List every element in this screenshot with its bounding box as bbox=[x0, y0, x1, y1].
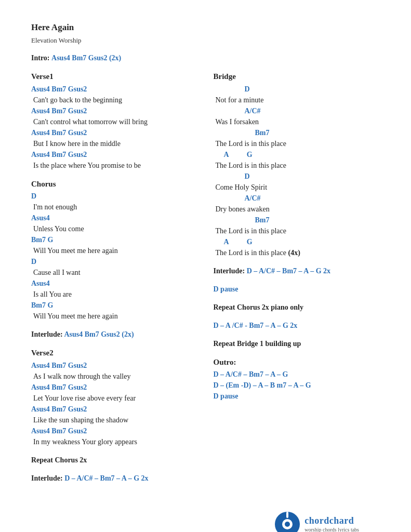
d-pause-section: D pause bbox=[214, 284, 380, 295]
intro-chords: Asus4 Bm7 Gsus2 (2x) bbox=[51, 54, 121, 62]
lyric-row: Can't control what tomorrow will bring bbox=[33, 116, 198, 127]
lyric-row: But I know here in the middle bbox=[33, 138, 198, 149]
outro-section: Outro: D – A/C# – Bm7 – A – G D – (Em -D… bbox=[214, 356, 380, 402]
lyric-row: The Lord is in this place bbox=[216, 225, 380, 236]
chord-row: Asus4 Bm7 Gsus2 bbox=[31, 425, 198, 436]
chord-row: Asus4 Bm7 Gsus2 bbox=[31, 105, 198, 116]
chord-row: D bbox=[214, 84, 380, 95]
song-title: Here Again bbox=[31, 21, 380, 34]
chorus-section: Chorus D I'm not enough Asus4 Unless You… bbox=[31, 178, 198, 322]
repeat-chorus-section: Repeat Chorus 2x bbox=[31, 455, 198, 466]
logo-icon bbox=[274, 511, 300, 532]
logo-area: chordchard worship chords lyrics tabs bbox=[274, 511, 359, 532]
logo-text: chordchard worship chords lyrics tabs bbox=[304, 515, 359, 532]
repeat-chorus-piano-section: Repeat Chorus 2x piano only bbox=[214, 302, 380, 313]
repeat-bridge-text: Repeat Bridge 1 building up bbox=[214, 340, 301, 348]
lyric-row: Will You meet me here again bbox=[33, 311, 198, 322]
outro-label: Outro: bbox=[214, 356, 380, 368]
bridge-section: Bridge D Not for a minute A/C# Was I for… bbox=[214, 71, 380, 258]
repeat-chorus-label: Repeat Chorus 2x bbox=[31, 456, 87, 464]
svg-rect-3 bbox=[286, 512, 288, 518]
chord-row: D bbox=[31, 191, 198, 202]
chorus-label: Chorus bbox=[31, 178, 198, 190]
chord-row: Bm7 G bbox=[31, 234, 198, 245]
svg-point-2 bbox=[285, 522, 290, 527]
outro-line2: D – (Em -D) – A – B m7 – A – G bbox=[214, 380, 380, 391]
chord-row: Asus4 bbox=[31, 212, 198, 223]
interlude2-label: Interlude: bbox=[31, 474, 64, 482]
outro-line3: D pause bbox=[214, 391, 380, 402]
repeat-bridge-section: Repeat Bridge 1 building up bbox=[214, 338, 380, 349]
interlude1-section: Interlude: Asus4 Bm7 Gsus2 (2x) bbox=[31, 329, 198, 340]
chord-row: Asus4 Bm7 Gsus2 bbox=[31, 382, 198, 393]
d-pause-text: D pause bbox=[214, 285, 238, 293]
chord-row: Asus4 Bm7 Gsus2 bbox=[31, 360, 198, 371]
chord-row: Bm7 bbox=[214, 127, 380, 138]
lyric-row: Is the place where You promise to be bbox=[33, 160, 198, 171]
chord-row: Asus4 Bm7 Gsus2 bbox=[31, 404, 198, 415]
chord-row: D bbox=[31, 256, 198, 267]
lyric-row: Dry bones awaken bbox=[216, 204, 380, 215]
interlude1-chords: Asus4 Bm7 Gsus2 (2x) bbox=[64, 330, 134, 338]
chord-progression-section: D – A /C# - Bm7 – A – G 2x bbox=[214, 320, 380, 331]
interlude3-section: Interlude: D – A/C# – Bm7 – A – G 2x bbox=[214, 265, 380, 276]
artist-name: Elevation Worship bbox=[31, 35, 380, 46]
chord-row: Asus4 bbox=[31, 278, 198, 289]
outro-line1: D – A/C# – Bm7 – A – G bbox=[214, 369, 380, 380]
brand-name: chordchard bbox=[304, 515, 359, 527]
lyric-row: Is all You are bbox=[33, 289, 198, 300]
interlude3-chords: D – A/C# – Bm7 – A – G 2x bbox=[247, 267, 330, 275]
lyric-row: Like the sun shaping the shadow bbox=[33, 415, 198, 425]
lyric-row: The Lord is in this place bbox=[216, 138, 380, 149]
brand-tagline: worship chords lyrics tabs bbox=[304, 527, 359, 532]
verse1-label: Verse1 bbox=[31, 71, 198, 83]
chord-row: Asus4 Bm7 Gsus2 bbox=[31, 84, 198, 95]
lyric-row: Not for a minute bbox=[216, 95, 380, 105]
lyric-row: The Lord is in this place bbox=[216, 160, 380, 171]
lyric-row: Let Your love rise above every fear bbox=[33, 393, 198, 404]
verse2-section: Verse2 Asus4 Bm7 Gsus2 As I walk now thr… bbox=[31, 347, 198, 447]
lyric-row: Can't go back to the beginning bbox=[33, 95, 198, 105]
chord-row: Asus4 Bm7 Gsus2 bbox=[31, 127, 198, 138]
chord-row: A G bbox=[214, 236, 380, 247]
chord-progression-text: D – A /C# - Bm7 – A – G 2x bbox=[214, 322, 298, 329]
chord-row: A/C# bbox=[214, 193, 380, 204]
verse2-label: Verse2 bbox=[31, 347, 198, 359]
lyric-row: Cause all I want bbox=[33, 267, 198, 278]
chord-row: Asus4 Bm7 Gsus2 bbox=[31, 149, 198, 160]
lyric-row: I'm not enough bbox=[33, 202, 198, 212]
lyric-row: Was I forsaken bbox=[216, 116, 380, 127]
right-column: Bridge D Not for a minute A/C# Was I for… bbox=[214, 71, 380, 491]
intro-label: Intro: bbox=[31, 54, 50, 62]
interlude3-label: Interlude: bbox=[214, 267, 247, 275]
interlude1-label: Interlude: bbox=[31, 330, 64, 338]
left-column: Verse1 Asus4 Bm7 Gsus2 Can't go back to … bbox=[31, 71, 198, 491]
interlude2-chords: D – A/C# – Bm7 – A – G 2x bbox=[64, 474, 148, 482]
chord-row: Bm7 bbox=[214, 215, 380, 225]
repeat-chorus-piano-text: Repeat Chorus 2x piano only bbox=[214, 303, 303, 311]
verse1-section: Verse1 Asus4 Bm7 Gsus2 Can't go back to … bbox=[31, 71, 198, 171]
chord-row: A G bbox=[214, 149, 380, 160]
chord-row: D bbox=[214, 171, 380, 182]
lyric-row: Will You meet me here again bbox=[33, 245, 198, 256]
lyric-row: In my weakness Your glory appears bbox=[33, 436, 198, 447]
lyric-row: Unless You come bbox=[33, 223, 198, 234]
chord-row: Bm7 G bbox=[31, 300, 198, 311]
interlude2-section: Interlude: D – A/C# – Bm7 – A – G 2x bbox=[31, 473, 198, 484]
lyric-row: Come Holy Spirit bbox=[216, 182, 380, 193]
lyric-row: As I walk now through the valley bbox=[33, 371, 198, 382]
lyric-row: The Lord is in this place (4x) bbox=[216, 247, 380, 258]
chord-row: A/C# bbox=[214, 105, 380, 116]
bridge-label: Bridge bbox=[214, 71, 380, 83]
